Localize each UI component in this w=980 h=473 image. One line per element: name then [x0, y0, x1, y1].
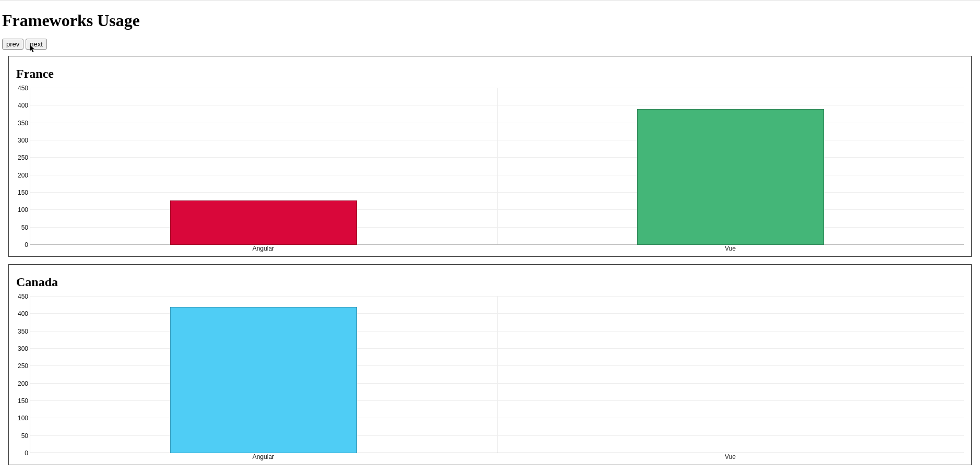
- page-title: Frameworks Usage: [2, 11, 980, 30]
- chart-area: 0 50 100 150 200 250 300 350 400 450 Ang…: [16, 88, 964, 254]
- vertical-gridline: [497, 297, 498, 453]
- prev-button[interactable]: prev: [2, 39, 23, 50]
- y-tick-label: 200: [18, 172, 28, 179]
- bar-angular: [170, 200, 357, 245]
- chart-panel-canada: Canada 0 50 100 150 200 250 300 350 400 …: [8, 264, 972, 465]
- chart-panel-france: France 0 50 100 150 200 250 300 350 400 …: [8, 56, 972, 257]
- y-tick-label: 350: [18, 328, 28, 335]
- y-tick-label: 0: [25, 241, 28, 249]
- chart-title: France: [16, 67, 964, 81]
- chart-title: Canada: [16, 275, 964, 289]
- chart-plot: 0 50 100 150 200 250 300 350 400 450: [30, 297, 964, 453]
- y-tick-label: 350: [18, 120, 28, 127]
- y-tick-label: 0: [25, 450, 28, 457]
- x-tick-label: Angular: [253, 453, 274, 460]
- y-tick-label: 150: [18, 189, 28, 196]
- next-button[interactable]: next: [26, 39, 47, 50]
- y-tick-label: 450: [18, 293, 28, 300]
- y-tick-label: 300: [18, 137, 28, 144]
- chart-area: 0 50 100 150 200 250 300 350 400 450 Ang…: [16, 297, 964, 463]
- bar-angular: [170, 307, 357, 453]
- nav-buttons: prev next: [2, 39, 980, 50]
- y-tick-label: 150: [18, 397, 28, 405]
- y-tick-label: 100: [18, 206, 28, 214]
- y-tick-label: 450: [18, 85, 28, 92]
- y-tick-label: 50: [21, 432, 28, 440]
- y-tick-label: 400: [18, 310, 28, 317]
- x-tick-label: Vue: [725, 453, 736, 460]
- x-tick-label: Angular: [253, 245, 274, 252]
- y-tick-label: 400: [18, 102, 28, 109]
- bar-vue: [637, 109, 824, 245]
- y-tick-label: 200: [18, 380, 28, 387]
- x-tick-label: Vue: [725, 245, 736, 252]
- y-tick-label: 300: [18, 345, 28, 352]
- y-tick-label: 250: [18, 154, 28, 161]
- vertical-gridline: [497, 88, 498, 245]
- y-tick-label: 100: [18, 415, 28, 422]
- y-tick-label: 50: [21, 224, 28, 231]
- chart-plot: 0 50 100 150 200 250 300 350 400 450: [30, 88, 964, 245]
- y-tick-label: 250: [18, 362, 28, 370]
